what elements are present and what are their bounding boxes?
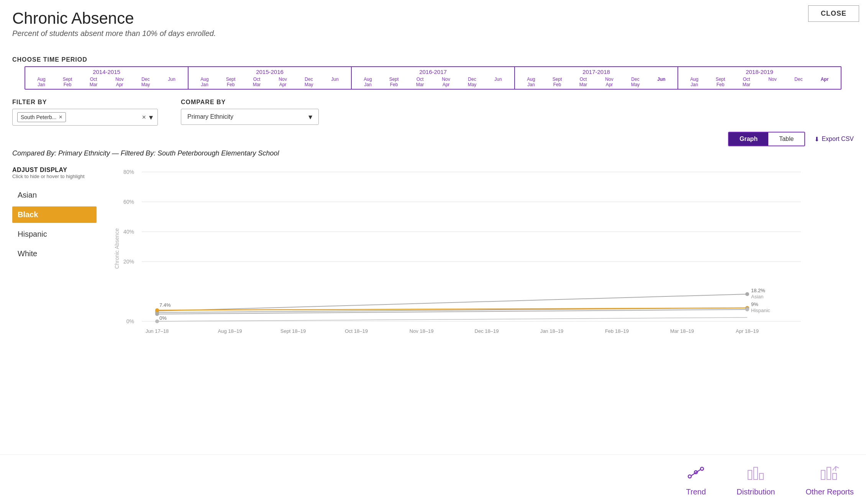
filter-dropdown-icon[interactable]: ▾ xyxy=(149,113,153,122)
svg-point-29 xyxy=(155,308,159,312)
svg-text:Hispanic: Hispanic xyxy=(751,308,770,313)
distribution-label: Distribution xyxy=(736,488,775,496)
chart-area: 80% 60% 40% 20% 0% Jun 17–18 Aug 18–19 S… xyxy=(97,160,854,344)
svg-text:60%: 60% xyxy=(123,199,134,205)
graph-table-toggle: Graph Table xyxy=(728,132,805,146)
legend-item-hispanic[interactable]: Hispanic xyxy=(12,226,97,242)
legend-items: AsianBlackHispanicWhite xyxy=(12,187,97,262)
compare-description: Compared By: Primary Ethnicity — Filtere… xyxy=(0,146,866,160)
svg-text:Aug 18–19: Aug 18–19 xyxy=(218,328,242,334)
svg-text:Chronic Absence: Chronic Absence xyxy=(114,228,120,269)
other-reports-nav[interactable]: Other Reports xyxy=(805,463,854,496)
time-period-item[interactable]: 2017-2018AugJanSeptFebOctMarNovAprDecMay… xyxy=(515,67,678,89)
svg-point-41 xyxy=(688,475,691,478)
table-button[interactable]: Table xyxy=(768,133,804,146)
header: Chronic Absence Percent of students abse… xyxy=(0,0,866,38)
legend-item-asian[interactable]: Asian xyxy=(12,187,97,203)
filter-clear-icon[interactable]: × xyxy=(142,113,146,121)
trend-nav[interactable]: Trend xyxy=(686,463,706,496)
svg-text:Sept 18–19: Sept 18–19 xyxy=(280,328,306,334)
svg-text:Feb 18–19: Feb 18–19 xyxy=(605,328,629,334)
svg-rect-48 xyxy=(821,470,825,479)
filters-row: FILTER BY South Peterb... × × ▾ COMPARE … xyxy=(0,90,866,126)
svg-text:Jan 18–19: Jan 18–19 xyxy=(540,328,564,334)
svg-point-30 xyxy=(745,292,749,296)
svg-text:Dec 18–19: Dec 18–19 xyxy=(475,328,499,334)
svg-line-23 xyxy=(157,317,747,321)
svg-text:18.2%: 18.2% xyxy=(751,288,765,293)
time-period-bar[interactable]: 2014-2015AugJanSeptFebOctMarNovAprDecMay… xyxy=(25,66,841,90)
svg-rect-49 xyxy=(827,467,831,479)
filter-tag-remove[interactable]: × xyxy=(59,114,62,121)
svg-text:Jun 17–18: Jun 17–18 xyxy=(146,328,169,334)
svg-point-33 xyxy=(745,308,749,311)
trend-icon xyxy=(686,463,706,484)
svg-rect-47 xyxy=(759,473,763,479)
other-reports-label: Other Reports xyxy=(805,488,854,496)
svg-text:Oct 18–19: Oct 18–19 xyxy=(345,328,368,334)
svg-text:0%: 0% xyxy=(159,315,167,321)
legend-item-white[interactable]: White xyxy=(12,245,97,262)
time-period-item[interactable]: 2015-2016AugJanSeptFebOctMarNovAprDecMay… xyxy=(189,67,352,89)
svg-text:20%: 20% xyxy=(123,259,134,265)
svg-text:Mar 18–19: Mar 18–19 xyxy=(670,328,694,334)
time-period-item[interactable]: 2014-2015AugJanSeptFebOctMarNovAprDecMay… xyxy=(25,67,189,89)
filter-by-label: FILTER BY xyxy=(12,99,158,106)
main-content: ADJUST DISPLAY Click to hide or hover to… xyxy=(0,160,866,344)
compare-dropdown-icon[interactable]: ▾ xyxy=(308,112,312,121)
other-reports-icon xyxy=(820,463,840,484)
filter-by-select[interactable]: South Peterb... × × ▾ xyxy=(12,109,158,126)
distribution-nav[interactable]: Distribution xyxy=(736,463,775,496)
svg-text:Asian: Asian xyxy=(751,294,764,299)
svg-text:Nov 18–19: Nov 18–19 xyxy=(410,328,434,334)
filter-by-group: FILTER BY South Peterb... × × ▾ xyxy=(12,99,158,126)
time-period-item[interactable]: 2018-2019AugJanSeptFebOctMarNovDecApr xyxy=(678,67,841,89)
close-button[interactable]: CLOSE xyxy=(808,5,859,22)
compare-by-label: COMPARE BY xyxy=(181,99,319,106)
legend-panel: ADJUST DISPLAY Click to hide or hover to… xyxy=(12,160,97,344)
compare-by-value: Primary Ethnicity xyxy=(187,113,305,120)
page-title: Chronic Absence xyxy=(12,9,854,28)
svg-text:80%: 80% xyxy=(123,169,134,175)
svg-text:40%: 40% xyxy=(123,229,134,235)
svg-point-28 xyxy=(155,319,159,323)
svg-rect-45 xyxy=(748,470,752,479)
filter-tag: South Peterb... × xyxy=(17,112,66,122)
svg-point-27 xyxy=(155,312,159,316)
page-subtitle: Percent of students absent more than 10%… xyxy=(12,29,854,38)
svg-text:0%: 0% xyxy=(126,318,134,324)
svg-text:Apr 18–19: Apr 18–19 xyxy=(736,328,759,334)
svg-text:9%: 9% xyxy=(751,301,758,307)
compare-by-group: COMPARE BY Primary Ethnicity ▾ xyxy=(181,99,319,125)
compare-by-select[interactable]: Primary Ethnicity ▾ xyxy=(181,109,319,125)
filter-tag-text: South Peterb... xyxy=(21,114,56,120)
time-period-item[interactable]: 2016-2017AugJanSeptFebOctMarNovAprDecMay… xyxy=(352,67,515,89)
toolbar: Graph Table ⬇ Export CSV xyxy=(0,126,866,146)
trend-label: Trend xyxy=(686,488,706,496)
svg-text:7.4%: 7.4% xyxy=(159,302,171,308)
legend-item-black[interactable]: Black xyxy=(12,206,97,223)
export-label: Export CSV xyxy=(822,136,854,142)
adjust-display-title: ADJUST DISPLAY xyxy=(12,167,97,173)
time-period-label: CHOOSE TIME PERIOD xyxy=(12,56,854,63)
export-icon: ⬇ xyxy=(814,136,819,143)
adjust-display-subtitle: Click to hide or hover to highlight xyxy=(12,173,97,179)
bottom-nav: Trend Distribution Other Reports xyxy=(0,454,866,504)
svg-point-42 xyxy=(700,467,704,470)
svg-rect-50 xyxy=(833,473,836,479)
chart-svg: 80% 60% 40% 20% 0% Jun 17–18 Aug 18–19 S… xyxy=(97,160,854,344)
graph-button[interactable]: Graph xyxy=(729,133,768,146)
svg-rect-46 xyxy=(754,467,758,479)
export-csv-button[interactable]: ⬇ Export CSV xyxy=(814,136,854,143)
distribution-icon xyxy=(746,463,766,484)
